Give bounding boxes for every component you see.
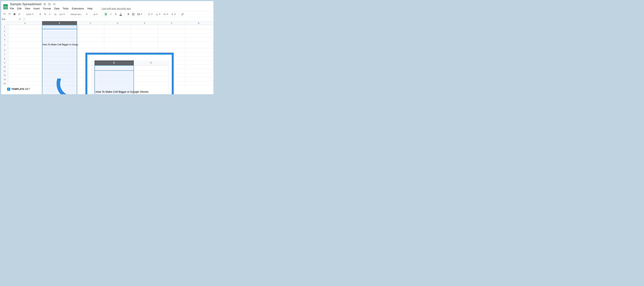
font-family-dropdown[interactable]: Default (Ari...	[69, 13, 88, 16]
row-header-10[interactable]: 10	[1, 65, 8, 69]
svg-rect-6	[14, 15, 15, 15]
paint-format-button[interactable]	[18, 12, 22, 16]
percent-button[interactable]: %	[43, 12, 47, 16]
zoom-value: 100%	[26, 13, 31, 16]
col-header-E[interactable]: E	[131, 21, 158, 25]
formula-bar: B:B fx	[1, 17, 214, 21]
svg-point-7	[129, 14, 130, 15]
menu-data[interactable]: Data	[54, 7, 60, 10]
strikethrough-button[interactable]: S	[114, 12, 118, 16]
callout-inset: B C	[86, 53, 174, 94]
zoom-dropdown[interactable]: 100%	[25, 13, 35, 16]
row-header-11[interactable]: 11	[1, 69, 8, 73]
row-header-12[interactable]: 12	[1, 73, 8, 77]
row-headers: 1 2 3 4 5 6 7 8 9 10 11 12 13 14	[1, 25, 8, 86]
vertical-align-dropdown[interactable]	[154, 13, 162, 16]
title-bar: Sample Spreadsheet File Edit View Insert…	[1, 1, 214, 11]
font-size-value: 10	[93, 13, 96, 16]
app-window: Sample Spreadsheet File Edit View Insert…	[1, 1, 214, 94]
insert-link-button[interactable]	[180, 12, 184, 16]
more-formats-dropdown[interactable]: 123	[58, 13, 66, 16]
row-header-14[interactable]: 14	[1, 81, 8, 86]
col-header-C[interactable]: C	[77, 21, 104, 25]
col-header-F[interactable]: F	[158, 21, 185, 25]
row-header-6[interactable]: 6	[1, 48, 8, 52]
callout-col-header-B: B	[94, 60, 134, 65]
name-box[interactable]: B:B	[1, 17, 22, 21]
col-header-G[interactable]: G	[185, 21, 212, 25]
print-button[interactable]	[12, 12, 16, 16]
text-rotation-dropdown[interactable]	[170, 13, 177, 16]
redo-button[interactable]	[8, 12, 12, 16]
borders-button[interactable]	[131, 12, 135, 16]
merge-cells-dropdown[interactable]	[136, 13, 143, 16]
row-header-7[interactable]: 7	[1, 52, 8, 57]
text-wrap-dropdown[interactable]	[162, 13, 169, 16]
menu-bar: File Edit View Insert Format Data Tools …	[10, 6, 131, 11]
cloud-status-icon[interactable]	[53, 3, 56, 6]
menu-view[interactable]: View	[25, 7, 30, 10]
star-icon[interactable]	[43, 3, 46, 6]
callout-col-header-C: C	[134, 60, 168, 65]
callout-cell-text: How To Make Cell Bigger in Google Sheets	[96, 90, 148, 93]
increase-decimal-button[interactable]: .00	[53, 12, 57, 16]
decrease-decimal-button[interactable]: .0←	[48, 12, 52, 16]
move-icon[interactable]	[48, 3, 51, 6]
font-size-dropdown[interactable]: 10	[92, 13, 100, 16]
bold-button[interactable]: B	[104, 12, 108, 16]
toolbar: 100% $ % .0← .00 123 Default (Ari... 10 …	[1, 11, 214, 17]
sheets-logo-icon[interactable]	[2, 3, 8, 11]
fill-color-button[interactable]	[126, 12, 130, 16]
currency-button[interactable]: $	[38, 12, 42, 16]
row-header-8[interactable]: 8	[1, 57, 8, 61]
watermark-text: TEMPLATE.NET	[11, 88, 30, 91]
row-header-2[interactable]: 2	[1, 29, 8, 33]
col-header-D[interactable]: D	[104, 21, 131, 25]
cell-B5-value: How To Make Cell Bigger in Goog	[42, 43, 78, 46]
watermark-logo-icon: T	[7, 88, 10, 91]
menu-insert[interactable]: Insert	[34, 7, 40, 10]
horizontal-align-dropdown[interactable]	[147, 13, 154, 16]
row-header-1[interactable]: 1	[1, 25, 8, 29]
more-formats-label: 123	[59, 13, 62, 16]
name-box-value: B:B	[2, 18, 5, 20]
italic-button[interactable]: I	[109, 12, 113, 16]
spreadsheet-grid[interactable]: A B C D E F G 1 2 3 4 5 6 7 8 9 10 11 12…	[1, 21, 214, 94]
formula-input[interactable]	[27, 17, 214, 21]
column-headers: A B C D E F G	[1, 21, 214, 25]
col-header-A[interactable]: A	[8, 21, 42, 25]
menu-extensions[interactable]: Extensions	[72, 7, 84, 10]
row-header-4[interactable]: 4	[1, 38, 8, 42]
menu-edit[interactable]: Edit	[17, 7, 22, 10]
row-header-13[interactable]: 13	[1, 77, 8, 81]
svg-rect-4	[14, 13, 15, 14]
fx-icon: fx	[22, 18, 27, 21]
menu-format[interactable]: Format	[43, 7, 51, 10]
watermark: T TEMPLATE.NET	[7, 88, 30, 91]
document-title[interactable]: Sample Spreadsheet	[10, 2, 42, 6]
menu-help[interactable]: Help	[87, 7, 92, 10]
col-header-B[interactable]: B	[42, 21, 77, 25]
last-edit-link[interactable]: Last edit was seconds ago	[102, 7, 131, 10]
select-all-corner[interactable]	[1, 21, 8, 25]
menu-file[interactable]: File	[10, 7, 14, 10]
font-family-value: Default (Ari...	[70, 13, 85, 16]
undo-button[interactable]	[2, 12, 6, 16]
row-header-5[interactable]: 5	[1, 42, 8, 48]
text-color-button[interactable]: A	[119, 12, 123, 16]
row-header-9[interactable]: 9	[1, 61, 8, 65]
menu-tools[interactable]: Tools	[63, 7, 68, 10]
row-header-3[interactable]: 3	[1, 33, 8, 38]
